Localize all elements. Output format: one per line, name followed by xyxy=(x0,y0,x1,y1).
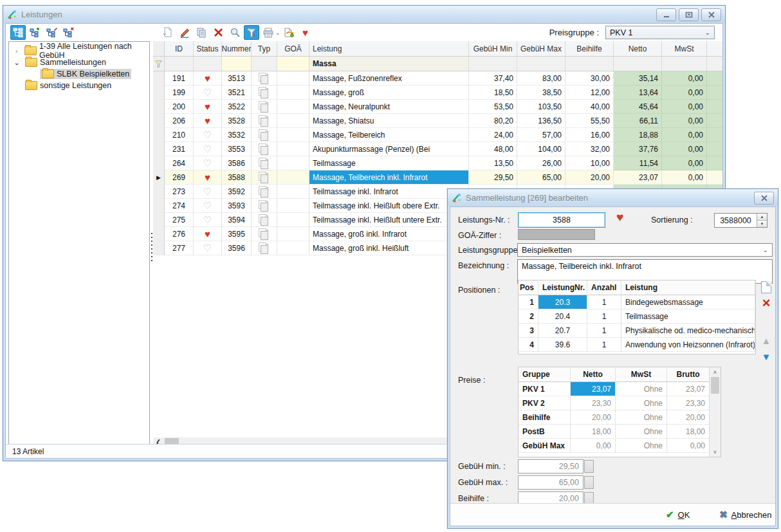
price-row[interactable]: GebüH Max0,00Ohne0,00 xyxy=(519,439,721,453)
favorite-heart-icon[interactable]: ♥ xyxy=(205,230,210,239)
ok-button[interactable]: ✔ OK xyxy=(666,509,690,520)
spin-up-icon[interactable]: ▲ xyxy=(757,214,767,221)
col-header-gebuh-max[interactable]: GebüH Max xyxy=(517,41,565,57)
anzahl-col-header[interactable]: Anzahl xyxy=(587,280,621,295)
filter-typ[interactable] xyxy=(252,57,277,71)
maximize-button[interactable] xyxy=(679,8,699,21)
main-titlebar[interactable]: Leistungen xyxy=(3,6,725,23)
new-document-icon[interactable] xyxy=(160,25,176,40)
price-row[interactable]: PKV 123,07Ohne23,07 xyxy=(519,382,721,396)
price-row[interactable]: PostB18,00Ohne18,00 xyxy=(519,425,721,439)
filter-gebuh-min[interactable] xyxy=(469,57,517,71)
delete-icon[interactable] xyxy=(210,25,226,40)
leistungnr-col-header[interactable]: LeistungNr. xyxy=(538,280,587,295)
heart-outline-icon[interactable]: ♡ xyxy=(203,145,212,154)
mwst-col-header[interactable]: MwSt xyxy=(616,367,667,382)
filter-mwst[interactable] xyxy=(662,57,707,71)
col-header-beihilfe[interactable]: Beihilfe xyxy=(565,41,614,57)
gebuh-max-input[interactable]: 65,00 xyxy=(518,475,583,490)
preise-scrollbar[interactable]: ˄ ˅ xyxy=(709,367,721,457)
chevron-right-icon[interactable]: › xyxy=(13,47,20,55)
table-row[interactable]: 200♥3522Massage, Neuralpunkt53,50103,504… xyxy=(153,100,723,114)
edit-pencil-icon[interactable] xyxy=(177,25,192,40)
gebuh-min-input[interactable]: 29,50 xyxy=(518,459,583,473)
position-row[interactable]: 439.61Anwendung von Heizsonnen (Infrarot… xyxy=(519,338,755,352)
table-row[interactable]: 191♥3513Massage, Fußzonenreflex37,4083,0… xyxy=(153,71,723,86)
filter-nummer[interactable] xyxy=(222,57,252,71)
gebuh-min-button[interactable] xyxy=(584,460,594,473)
col-header-goa[interactable]: GOÄ xyxy=(277,41,309,57)
close-button[interactable] xyxy=(701,8,721,21)
table-row[interactable]: 231♡3553Akupunkturmassage (Penzel) (Bei4… xyxy=(153,142,723,156)
printer-dropdown-icon[interactable]: ⌄ xyxy=(275,30,280,36)
col-header-status[interactable]: Status xyxy=(194,41,222,57)
col-header-mwst[interactable]: MwSt xyxy=(662,41,707,57)
netto-col-header[interactable]: Netto xyxy=(571,367,616,382)
scroll-down-icon[interactable]: ˅ xyxy=(710,447,721,457)
filter-gebuh-max[interactable] xyxy=(517,57,565,71)
dialog-titlebar[interactable]: Sammelleistung [269] bearbeiten xyxy=(448,189,778,206)
export-icon[interactable] xyxy=(281,25,297,40)
favorite-heart-icon[interactable]: ♥ xyxy=(205,74,210,83)
price-row[interactable]: Beihilfe20,00Ohne20,00 xyxy=(519,410,721,425)
heart-outline-icon[interactable]: ♡ xyxy=(203,216,212,225)
filter-beihilfe[interactable] xyxy=(565,57,614,71)
move-up-icon[interactable]: ▲ xyxy=(759,334,773,348)
heart-outline-icon[interactable]: ♡ xyxy=(203,131,212,140)
col-header-id[interactable]: ID xyxy=(165,41,194,57)
tree-edit-icon[interactable] xyxy=(44,25,59,40)
dialog-close-button[interactable] xyxy=(754,192,774,205)
table-row[interactable]: 206♥3528Massage, Shiatsu80,20136,5055,50… xyxy=(153,114,723,128)
filter-id[interactable] xyxy=(165,57,194,71)
copy-icon[interactable] xyxy=(194,25,209,40)
col-header-leistung[interactable]: Leistung xyxy=(309,41,469,57)
price-row[interactable]: PKV 223,30Ohne23,30 xyxy=(519,396,721,410)
move-down-icon[interactable]: ▼ xyxy=(759,350,773,364)
col-header-netto[interactable]: Netto xyxy=(614,41,662,57)
printer-icon[interactable] xyxy=(261,25,276,40)
col-header-typ[interactable]: Typ xyxy=(252,41,277,57)
scrollbar-thumb[interactable] xyxy=(711,377,719,394)
remove-position-icon[interactable]: ✕ xyxy=(759,297,773,311)
favorite-heart-icon[interactable]: ♥ xyxy=(298,25,313,40)
heart-outline-icon[interactable]: ♡ xyxy=(203,88,212,97)
tree-delete-icon[interactable] xyxy=(60,25,76,40)
scroll-up-icon[interactable]: ˄ xyxy=(710,367,721,377)
tree-add-icon[interactable] xyxy=(27,25,42,40)
filter-icon[interactable] xyxy=(244,25,259,40)
add-position-icon[interactable] xyxy=(759,280,773,294)
leistungsgruppe-combobox[interactable]: Beispielketten ⌄ xyxy=(517,243,773,257)
heart-outline-icon[interactable]: ♡ xyxy=(203,201,212,210)
tree-item[interactable]: sonstige Leistungen xyxy=(9,80,149,91)
search-icon[interactable] xyxy=(227,25,243,40)
tree-item[interactable]: ›1-39 Alle Leistungen nach GebüH xyxy=(9,45,149,57)
heart-outline-icon[interactable]: ♡ xyxy=(203,159,212,168)
position-row[interactable]: 320.71Physikalische od. medico-mechanisc… xyxy=(519,324,755,338)
gruppe-col-header[interactable]: Gruppe xyxy=(519,367,571,382)
table-row[interactable]: 210♡3532Massage, Teilbereich24,0057,0016… xyxy=(153,128,723,142)
spin-down-icon[interactable]: ▼ xyxy=(757,221,767,227)
heart-outline-icon[interactable]: ♡ xyxy=(203,187,212,196)
favorite-heart-icon[interactable]: ♥ xyxy=(205,102,210,111)
chevron-down-icon[interactable]: ⌄ xyxy=(13,59,21,66)
table-row[interactable]: ▶269♥3588Massage, Teilbereich inkl. Infr… xyxy=(153,170,723,185)
position-row[interactable]: 120.31Bindegewebsmassage xyxy=(519,295,755,309)
cancel-button[interactable]: ✖ Abbrechen xyxy=(719,509,771,520)
col-header-nummer[interactable]: Nummer xyxy=(222,41,252,57)
position-row[interactable]: 220.41Teilmassage xyxy=(519,309,755,324)
pos-col-header[interactable]: Pos xyxy=(519,280,538,295)
minimize-button[interactable] xyxy=(656,8,676,21)
filter-status[interactable] xyxy=(194,57,222,71)
heart-outline-icon[interactable]: ♡ xyxy=(203,244,212,253)
table-row[interactable]: 199♡3521Massage, groß18,5038,5012,0013,6… xyxy=(153,86,723,100)
filter-goa[interactable] xyxy=(277,57,309,71)
leistung-col-header[interactable]: Leistung xyxy=(621,280,755,295)
brutto-col-header[interactable]: Brutto xyxy=(667,367,710,382)
tree-view-icon[interactable] xyxy=(10,25,26,40)
preisgruppe-combobox[interactable]: PKV 1 ⌄ xyxy=(605,26,715,39)
favorite-heart-icon[interactable]: ♥ xyxy=(616,213,623,222)
gebuh-max-button[interactable] xyxy=(584,476,594,489)
favorite-heart-icon[interactable]: ♥ xyxy=(205,116,210,125)
sortierung-spinner[interactable]: 3588000 ▲ ▼ xyxy=(714,213,767,228)
table-row[interactable]: 264♡3586Teilmassage13,5026,0010,0011,540… xyxy=(153,156,723,170)
